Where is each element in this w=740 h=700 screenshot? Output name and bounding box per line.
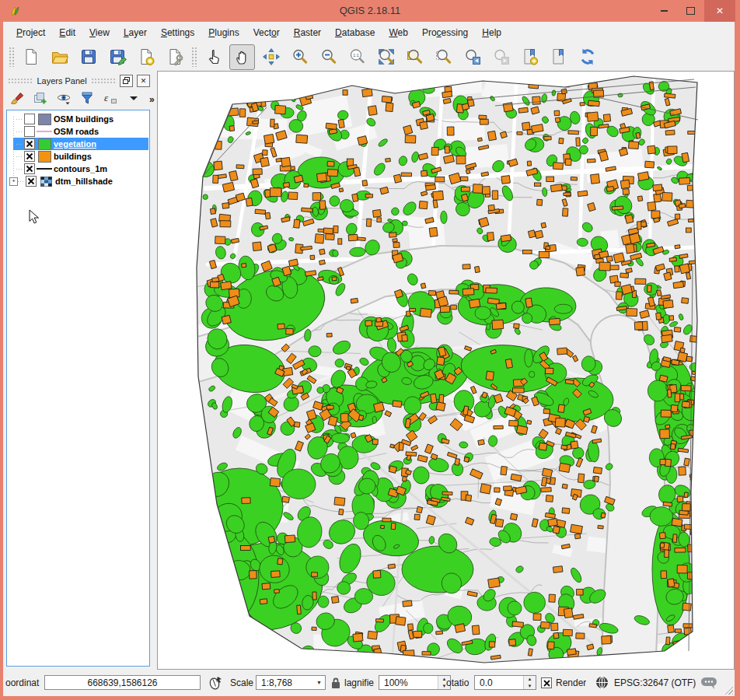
svg-text:ε: ε (104, 92, 109, 103)
zoom-out-button[interactable] (316, 44, 341, 70)
composer-new-button[interactable] (133, 44, 159, 70)
bookmark-show-icon (550, 47, 568, 66)
menu-item-database[interactable]: Database (328, 24, 382, 41)
toolbar-grip[interactable] (191, 47, 197, 67)
rotation-spinbox[interactable]: 0.0 ▲▼ (474, 675, 536, 690)
menu-item-view[interactable]: View (82, 24, 117, 41)
layer-name: OSM roads (54, 127, 99, 136)
close-button[interactable]: ✕ (704, 0, 735, 22)
menu-item-edit[interactable]: Edit (52, 24, 82, 41)
dock-close-icon[interactable]: ✕ (137, 75, 150, 87)
layer-visibility-checkbox[interactable] (24, 114, 35, 124)
layer-row-osm-buildings[interactable]: OSM buildings (8, 113, 148, 125)
layer-row-vegetation[interactable]: vegetation (8, 138, 148, 150)
composer-manager-button[interactable] (162, 44, 187, 70)
expand-icon[interactable]: + (9, 177, 18, 186)
layer-row-buildings[interactable]: buildings (8, 150, 148, 163)
zoom-to-layer-button[interactable] (402, 44, 428, 70)
filter-legend-icon[interactable] (79, 90, 95, 109)
layer-visibility-checkbox[interactable] (24, 126, 35, 137)
zoom-to-selection-icon (435, 47, 453, 66)
status-bar: oordinat 668639,1586126 Scale 1:8,768 ▼ … (3, 670, 735, 696)
layer-row-contours_1m[interactable]: contours_1m (8, 163, 148, 175)
zoom-full-icon (377, 47, 396, 66)
magnifier-value: 100% (384, 677, 408, 688)
rotation-spin-arrows[interactable]: ▲▼ (523, 676, 536, 689)
zoom-native-button[interactable]: 1:1 (344, 44, 370, 70)
layer-visibility-checkbox[interactable] (24, 138, 35, 149)
layers-panel-header[interactable]: Layers Panel ✕ (3, 71, 153, 89)
style-brush-icon[interactable] (9, 90, 25, 109)
dock-float-icon[interactable] (120, 75, 133, 87)
menu-item-plugins[interactable]: Plugins (201, 24, 246, 41)
coordinate-label: oordinat (5, 677, 44, 688)
expander-spacer (9, 141, 16, 148)
combo-arrow-icon[interactable]: ▼ (316, 680, 322, 685)
layer-row-osm-roads[interactable]: OSM roads (8, 125, 148, 138)
zoom-last-button[interactable] (459, 44, 485, 70)
coordinate-value: 668639,1586126 (87, 677, 157, 688)
magnifier-spinbox[interactable]: 100% ▲▼ (379, 675, 451, 690)
map-canvas[interactable] (157, 71, 735, 670)
pan-map-icon (233, 47, 252, 66)
expression-filter-icon[interactable]: ε (103, 90, 118, 109)
log-messages-icon[interactable] (700, 677, 717, 690)
dock-grip (91, 78, 116, 84)
bookmark-new-icon (521, 47, 539, 66)
layers-tree[interactable]: OSM buildingsOSM roadsvegetationbuilding… (6, 110, 150, 667)
add-group-icon[interactable] (33, 90, 48, 109)
bookmark-new-button[interactable] (517, 44, 543, 70)
zoom-in-button[interactable] (287, 44, 312, 70)
layer-row-dtm_hillshade[interactable]: +dtm_hillshade (8, 175, 148, 187)
composer-manager-icon (166, 47, 184, 66)
dropdown-arrow-icon[interactable] (126, 90, 141, 109)
zoom-full-button[interactable] (373, 44, 399, 70)
crs-label: EPSG:32647 (OTF) (614, 677, 696, 688)
touch-zoom-button[interactable] (201, 44, 226, 70)
touch-zoom-icon (204, 47, 223, 66)
pan-map-button[interactable] (229, 44, 255, 70)
pan-to-selection-button[interactable] (258, 44, 284, 70)
resize-grip[interactable] (723, 684, 733, 695)
maximize-button[interactable] (679, 0, 701, 22)
minimize-button[interactable] (653, 0, 675, 22)
menu-item-web[interactable]: Web (382, 24, 414, 41)
folder-open-button[interactable] (47, 44, 72, 70)
zoom-to-selection-button[interactable] (431, 44, 456, 70)
layers-panel: Layers Panel ✕ ε» OSM buildingsOSM roads… (3, 71, 153, 670)
tree-connector (16, 144, 23, 145)
tree-connector (16, 169, 23, 170)
refresh-icon (578, 47, 597, 66)
menu-item-raster[interactable]: Raster (287, 24, 328, 41)
save-as-button[interactable] (104, 44, 130, 70)
zoom-out-icon (319, 47, 338, 66)
save-button[interactable] (75, 44, 101, 70)
scale-label: Scale (230, 677, 253, 688)
layer-visibility-checkbox[interactable] (26, 176, 37, 187)
mouse-position-icon[interactable] (208, 675, 223, 691)
menu-item-vector[interactable]: Vector (246, 24, 287, 41)
coordinate-field[interactable]: 668639,1586126 (44, 675, 201, 690)
composer-new-icon (137, 47, 155, 66)
menu-item-processing[interactable]: Processing (415, 24, 475, 41)
file-new-button[interactable] (18, 44, 44, 70)
menu-item-settings[interactable]: Settings (154, 24, 201, 41)
layer-visibility-checkbox[interactable] (24, 151, 35, 162)
menu-item-project[interactable]: Project (9, 24, 52, 41)
expander-spacer (9, 128, 16, 135)
menu-item-help[interactable]: Help (475, 24, 508, 41)
bookmark-show-button[interactable] (546, 44, 571, 70)
menu-item-layer[interactable]: Layer (117, 24, 154, 41)
scale-lock-icon[interactable] (330, 677, 341, 689)
panel-overflow-button[interactable]: » (149, 94, 155, 105)
toolbar-grip[interactable] (9, 47, 14, 67)
dock-grip (8, 78, 33, 84)
visibility-eye-icon[interactable] (56, 90, 72, 109)
render-checkbox[interactable] (541, 677, 552, 688)
refresh-button[interactable] (574, 44, 600, 70)
layer-swatch (35, 138, 54, 150)
scale-combobox[interactable]: 1:8,768 ▼ (256, 675, 326, 690)
layer-visibility-checkbox[interactable] (24, 163, 35, 174)
zoom-native-icon: 1:1 (348, 47, 367, 66)
crs-status-icon[interactable] (595, 676, 609, 689)
